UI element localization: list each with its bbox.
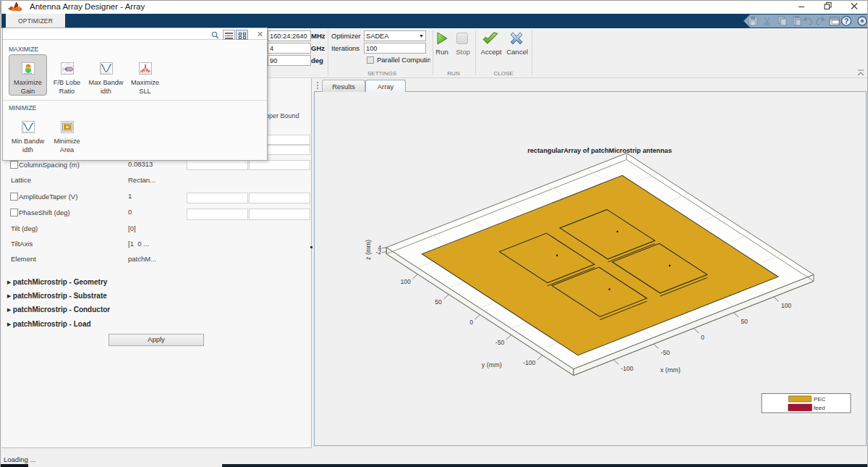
svg-text:-50: -50 bbox=[661, 349, 671, 356]
svg-text:-50: -50 bbox=[495, 339, 505, 346]
svg-text:50: 50 bbox=[741, 318, 748, 325]
svg-text:0: 0 bbox=[701, 334, 705, 341]
svg-text:-2: -2 bbox=[376, 248, 382, 256]
svg-text:z (mm): z (mm) bbox=[365, 240, 372, 260]
svg-text:50: 50 bbox=[435, 298, 442, 306]
svg-text:x (mm): x (mm) bbox=[660, 366, 681, 374]
svg-text:y (mm): y (mm) bbox=[482, 361, 502, 369]
svg-text:feed: feed bbox=[814, 405, 825, 411]
svg-text:-100: -100 bbox=[621, 365, 633, 372]
svg-text:100: 100 bbox=[781, 302, 792, 309]
svg-text:0: 0 bbox=[469, 319, 473, 326]
svg-text:PEC: PEC bbox=[814, 396, 826, 403]
svg-text:?: ? bbox=[844, 17, 849, 25]
svg-text:-100: -100 bbox=[523, 359, 535, 366]
svg-text:rectangularArray of patchMicro: rectangularArray of patchMicrostrip ante… bbox=[527, 147, 672, 154]
svg-text:100: 100 bbox=[400, 278, 411, 285]
